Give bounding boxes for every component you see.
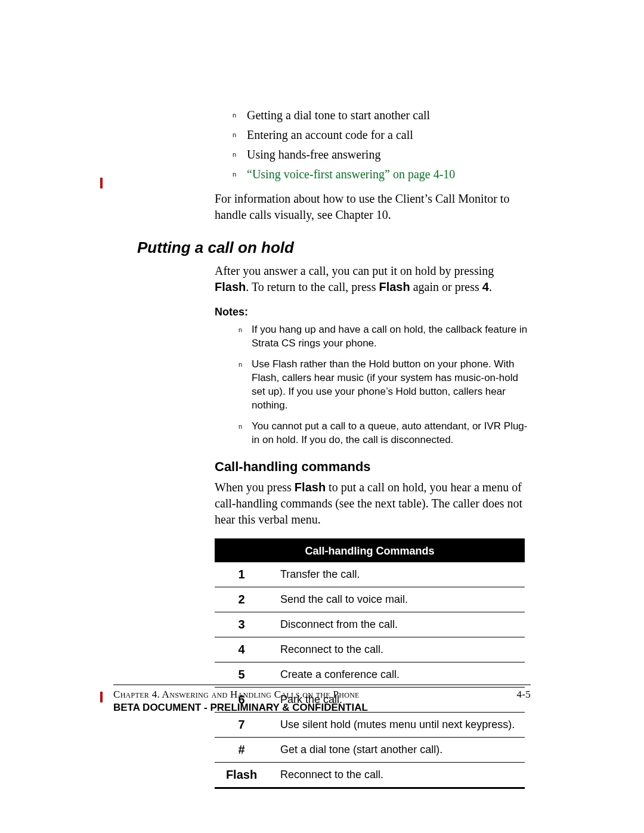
bullet-icon: n <box>233 147 239 163</box>
command-desc: Disconnect from the call. <box>268 612 525 637</box>
text-run: When you press <box>215 481 295 494</box>
command-key: Flash <box>215 762 268 788</box>
list-item: n Using hands-free answering <box>233 147 531 163</box>
footer-chapter: Chapter 4. Answering and Handling Calls … <box>113 689 360 701</box>
list-item-text: Entering an account code for a call <box>247 127 413 143</box>
list-item: n Use Flash rather than the Hold button … <box>239 358 531 413</box>
command-key: 1 <box>215 562 268 587</box>
bold-run: Flash <box>379 280 410 293</box>
text-run: . To return to the call, press <box>246 280 379 293</box>
list-item: n “Using voice-first answering” on page … <box>233 166 531 182</box>
table-row: 1Transfer the call. <box>215 562 525 587</box>
table-row: 7Use silent hold (mutes menu until next … <box>215 712 525 737</box>
table-row: 2Send the call to voice mail. <box>215 587 525 612</box>
table-header: Call-handling Commands <box>215 539 525 562</box>
command-key: 2 <box>215 587 268 612</box>
bullet-icon: n <box>233 166 239 182</box>
section-heading: Putting a call on hold <box>113 239 531 257</box>
commands-paragraph: When you press Flash to put a call on ho… <box>113 479 531 528</box>
command-key: 4 <box>215 637 268 662</box>
notes-label: Notes: <box>113 306 531 318</box>
change-bar <box>100 178 103 188</box>
command-key: # <box>215 737 268 762</box>
intro-paragraph: For information about how to use the Cli… <box>113 191 531 223</box>
bullet-icon: n <box>233 127 239 143</box>
table-row: 5Create a conference call. <box>215 662 525 687</box>
bullet-icon: n <box>239 323 244 351</box>
table-row: FlashReconnect to the call. <box>215 762 525 788</box>
command-desc: Use silent hold (mutes menu until next k… <box>268 712 525 737</box>
bold-run: 4 <box>482 280 489 293</box>
list-item: n Entering an account code for a call <box>233 127 531 143</box>
change-bar <box>100 692 103 702</box>
command-desc: Get a dial tone (start another call). <box>268 737 525 762</box>
table-row: #Get a dial tone (start another call). <box>215 737 525 762</box>
subsection-heading: Call-handling commands <box>113 459 531 475</box>
bullet-icon: n <box>239 420 244 447</box>
command-key: 5 <box>215 662 268 687</box>
list-item: n You cannot put a call to a queue, auto… <box>239 420 531 447</box>
call-handling-commands-table: Call-handling Commands 1Transfer the cal… <box>215 538 525 789</box>
notes-list: n If you hang up and have a call on hold… <box>113 323 531 447</box>
command-desc: Reconnect to the call. <box>268 637 525 662</box>
footer-rule <box>113 685 531 685</box>
note-text: If you hang up and have a call on hold, … <box>252 323 531 351</box>
text-run: again or press <box>410 280 482 293</box>
command-key: 7 <box>215 712 268 737</box>
bullet-icon: n <box>233 107 239 123</box>
list-item: n Getting a dial tone to start another c… <box>233 107 531 123</box>
command-key: 3 <box>215 612 268 637</box>
cross-reference-link[interactable]: “Using voice-first answering” on page 4-… <box>247 166 455 182</box>
intro-bullet-list: n Getting a dial tone to start another c… <box>113 107 531 182</box>
list-item: n If you hang up and have a call on hold… <box>239 323 531 351</box>
footer-page-number: 4-5 <box>516 689 531 701</box>
list-item-text: Getting a dial tone to start another cal… <box>247 107 430 123</box>
command-desc: Transfer the call. <box>268 562 525 587</box>
table-row: 3Disconnect from the call. <box>215 612 525 637</box>
command-desc: Reconnect to the call. <box>268 762 525 788</box>
bold-run: Flash <box>215 280 246 293</box>
bullet-icon: n <box>239 358 244 413</box>
list-item-text: Using hands-free answering <box>247 147 380 163</box>
command-desc: Send the call to voice mail. <box>268 587 525 612</box>
table-row: 4Reconnect to the call. <box>215 637 525 662</box>
text-run: After you answer a call, you can put it … <box>215 264 494 277</box>
footer-beta-notice: BETA DOCUMENT - PRELIMINARY & CONFIDENTI… <box>113 702 531 714</box>
command-desc: Create a conference call. <box>268 662 525 687</box>
page-footer: Chapter 4. Answering and Handling Calls … <box>113 685 531 714</box>
bold-run: Flash <box>295 481 326 494</box>
hold-paragraph: After you answer a call, you can put it … <box>113 263 531 295</box>
text-run: . <box>489 280 492 293</box>
note-text: Use Flash rather than the Hold button on… <box>252 358 531 413</box>
note-text: You cannot put a call to a queue, auto a… <box>252 420 531 447</box>
